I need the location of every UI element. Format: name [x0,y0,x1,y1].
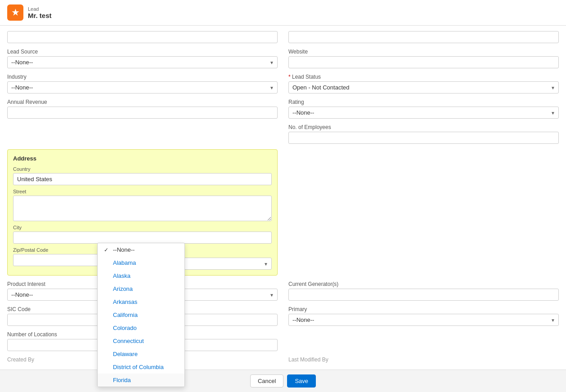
lead-status-label: * Lead Status [288,74,559,80]
city-label: City [13,225,272,230]
address-title: Address [13,155,272,162]
current-generators-group: Current Generator(s) [288,281,559,301]
cancel-button[interactable]: Cancel [250,374,283,388]
save-button[interactable]: Save [287,374,316,388]
address-section: Address Country Street City Zip/Postal [7,149,278,276]
rating-group: Rating --None-- Hot Warm Cold [288,99,559,119]
city-input[interactable] [13,232,272,244]
state-option-alabama[interactable]: Alabama [98,256,184,269]
employees-group: No. of Employees [288,124,559,144]
lead-status-wrapper: Open - Not Contacted Working - Contacted… [288,81,559,94]
employees-input[interactable] [288,132,559,144]
field-top-left [7,31,278,43]
primary-select[interactable]: --None-- Yes No [288,314,559,326]
rating-select[interactable]: --None-- Hot Warm Cold [288,107,559,119]
website-group: Website [288,49,559,68]
state-option-label: Alabama [113,259,136,266]
right-col [288,149,559,276]
lead-source-label: Lead Source [7,49,278,55]
state-option-label: Delaware [113,351,138,357]
lead-status-group: * Lead Status Open - Not Contacted Worki… [288,74,559,94]
state-option-california[interactable]: California [98,308,184,321]
city-group: City [13,225,272,244]
current-generators-input[interactable] [288,289,559,301]
state-option-florida[interactable]: Florida [98,374,184,387]
check-icon: ✓ [104,247,110,253]
website-input[interactable] [288,56,559,68]
last-modified-by: Last Modified By [288,356,559,363]
rating-label: Rating [288,99,559,105]
country-label: Country [13,166,272,172]
industry-group: Industry --None-- Technology Finance Hea… [7,74,278,94]
state-option-label: --None-- [113,246,135,253]
address-row: Address Country Street City Zip/Postal [7,144,559,276]
top-left-input[interactable] [7,31,278,43]
annual-revenue-group: Annual Revenue [7,99,278,119]
lead-source-group: Lead Source --None-- Cold Call Web Word … [7,49,278,68]
primary-label: Primary [288,306,559,312]
state-option-alaska[interactable]: Alaska [98,269,184,282]
lead-icon: ★ [7,4,23,21]
primary-wrapper: --None-- Yes No [288,314,559,326]
website-label: Website [288,49,559,55]
state-option-label: Florida [113,377,131,383]
header: ★ Lead Mr. test [0,0,566,26]
content-area: Lead Source --None-- Cold Call Web Word … [0,26,566,392]
state-option-label: District of Columbia [113,364,164,370]
bottom-bar: Cancel Save [0,370,566,392]
state-option-none[interactable]: ✓ --None-- [98,243,184,256]
state-option-arizona[interactable]: Arizona [98,282,184,295]
annual-revenue-input[interactable] [7,107,278,119]
page: ★ Lead Mr. test Lead Source --None-- [0,0,566,392]
lead-status-select[interactable]: Open - Not Contacted Working - Contacted… [288,81,559,94]
state-dropdown-popup: ✓ --None-- Alabama Alaska [97,243,185,387]
state-option-delaware[interactable]: Delaware [98,347,184,361]
state-option-label: Arkansas [113,298,137,305]
state-option-label: Arizona [113,285,133,292]
rating-wrapper: --None-- Hot Warm Cold [288,107,559,119]
lead-source-wrapper: --None-- Cold Call Web Word of Mouth Oth… [7,56,278,68]
state-option-dc[interactable]: District of Columbia [98,361,184,374]
employees-label: No. of Employees [288,124,559,130]
state-dropdown-scroll[interactable]: ✓ --None-- Alabama Alaska [98,243,184,387]
state-option-label: California [113,312,138,318]
industry-wrapper: --None-- Technology Finance Healthcare E… [7,81,278,94]
industry-label: Industry [7,74,278,80]
state-option-colorado[interactable]: Colorado [98,321,184,334]
state-option-arkansas[interactable]: Arkansas [98,295,184,308]
country-group: Country [13,166,272,185]
state-option-connecticut[interactable]: Connecticut [98,334,184,347]
annual-revenue-label: Annual Revenue [7,99,278,105]
state-option-label: Colorado [113,325,137,331]
top-right-input[interactable] [288,31,559,43]
industry-select[interactable]: --None-- Technology Finance Healthcare E… [7,81,278,94]
state-option-label: Alaska [113,272,130,279]
current-generators-label: Current Generator(s) [288,281,559,287]
state-option-label: Connecticut [113,338,144,344]
street-group: Street [13,189,272,221]
header-text: Lead Mr. test [28,6,52,19]
required-star: * [288,74,291,80]
street-label: Street [13,189,272,194]
field-top-right [288,31,559,43]
lead-label: Lead [28,6,52,12]
country-input[interactable] [13,173,272,185]
lead-name: Mr. test [28,12,52,19]
lead-source-select[interactable]: --None-- Cold Call Web Word of Mouth Oth… [7,56,278,68]
street-input[interactable] [13,196,272,221]
primary-group: Primary --None-- Yes No [288,306,559,326]
